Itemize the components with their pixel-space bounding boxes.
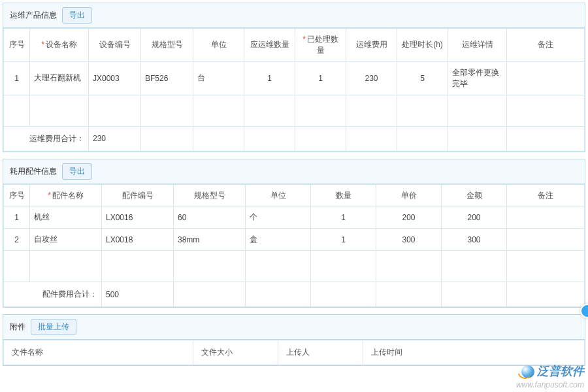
- cell-seq: 1: [4, 61, 30, 95]
- col-filename: 文件名称: [4, 340, 193, 365]
- cell-code: LX0016: [102, 206, 174, 229]
- cell-price: 200: [376, 206, 442, 229]
- attachment-panel: 附件 批量上传 文件名称 文件大小 上传人 上传时间: [3, 314, 585, 366]
- brand-logo: 泛普软件: [521, 363, 584, 375]
- sum-row: 运维费用合计： 230: [4, 126, 585, 151]
- col-name: *设备名称: [30, 29, 89, 62]
- panel-header: 附件 批量上传: [3, 315, 585, 340]
- spacer-row: [4, 251, 585, 282]
- table-row: 1 机丝 LX0016 60 个 1 200 200: [4, 206, 585, 229]
- cell-hours: 5: [397, 61, 448, 95]
- maintenance-product-panel: 运维产品信息 导出 序号 *设备名称 设备编号 规格型号 单位 应运维数量 *已…: [3, 3, 585, 152]
- attachment-table: 文件名称 文件大小 上传人 上传时间: [3, 340, 585, 365]
- table-row: 2 自攻丝 LX0018 38mm 盒 1 300 300: [4, 229, 585, 251]
- sum-value: 500: [102, 282, 174, 307]
- col-detail: 运维详情: [448, 29, 507, 62]
- cell-remark: [507, 206, 585, 229]
- table-header-row: 序号 *配件名称 配件编号 规格型号 单位 数量 单价 金额 备注: [4, 184, 585, 206]
- cell-detail: 全部零件更换完毕: [448, 61, 507, 95]
- col-code: 配件编号: [102, 184, 174, 206]
- col-name: *配件名称: [30, 184, 102, 206]
- cell-remark: [507, 229, 585, 251]
- table-row: 1 大理石翻新机 JX0003 BF526 台 1 1 230 5 全部零件更换…: [4, 61, 585, 95]
- cell-name: 自攻丝: [30, 229, 102, 251]
- col-hours: 处理时长(h): [397, 29, 448, 62]
- parts-panel: 耗用配件信息 导出 序号 *配件名称 配件编号 规格型号 单位 数量 单价 金额…: [3, 159, 585, 308]
- parts-table: 序号 *配件名称 配件编号 规格型号 单位 数量 单价 金额 备注 1 机丝 L…: [3, 184, 585, 308]
- col-remark: 备注: [507, 184, 585, 206]
- cell-qty: 1: [311, 229, 376, 251]
- cell-remark: [507, 61, 585, 95]
- export-button[interactable]: 导出: [62, 7, 92, 24]
- col-price: 单价: [376, 184, 442, 206]
- col-should: 应运维数量: [244, 29, 295, 62]
- col-code: 设备编号: [89, 29, 141, 62]
- col-done: *已处理数量: [295, 29, 346, 62]
- cell-amount: 300: [442, 229, 507, 251]
- cell-unit: 个: [246, 206, 311, 229]
- col-spec: 规格型号: [174, 184, 246, 206]
- col-unit: 单位: [246, 184, 311, 206]
- cell-spec: 60: [174, 206, 246, 229]
- col-uploadtime: 上传时间: [363, 340, 585, 365]
- spacer-row: [4, 95, 585, 126]
- cell-amount: 200: [442, 206, 507, 229]
- col-amount: 金额: [442, 184, 507, 206]
- globe-icon: [521, 365, 534, 375]
- col-fee: 运维费用: [346, 29, 397, 62]
- maintenance-table: 序号 *设备名称 设备编号 规格型号 单位 应运维数量 *已处理数量 运维费用 …: [3, 28, 585, 152]
- panel-title: 耗用配件信息: [10, 166, 57, 177]
- bulk-upload-button[interactable]: 批量上传: [31, 319, 76, 335]
- sum-value: 230: [89, 126, 141, 151]
- col-qty: 数量: [311, 184, 376, 206]
- table-header-row: 序号 *设备名称 设备编号 规格型号 单位 应运维数量 *已处理数量 运维费用 …: [4, 29, 585, 62]
- panel-title: 附件: [10, 321, 25, 333]
- col-unit: 单位: [193, 29, 244, 62]
- cell-unit: 盒: [246, 229, 311, 251]
- cell-spec: BF526: [141, 61, 193, 95]
- col-filesize: 文件大小: [193, 340, 278, 365]
- cell-code: JX0003: [89, 61, 141, 95]
- cell-should: 1: [244, 61, 295, 95]
- panel-header: 耗用配件信息 导出: [3, 159, 585, 184]
- col-remark: 备注: [507, 29, 585, 62]
- cell-price: 300: [376, 229, 442, 251]
- sum-row: 配件费用合计： 500: [4, 282, 585, 307]
- brand-name: 泛普软件: [537, 365, 584, 375]
- export-button[interactable]: 导出: [62, 163, 92, 180]
- table-header-row: 文件名称 文件大小 上传人 上传时间: [4, 340, 585, 365]
- cell-name: 机丝: [30, 206, 102, 229]
- cell-unit: 台: [193, 61, 244, 95]
- col-seq: 序号: [4, 184, 30, 206]
- panel-title: 运维产品信息: [10, 10, 57, 21]
- panel-header: 运维产品信息 导出: [3, 3, 585, 28]
- cell-done: 1: [295, 61, 346, 95]
- cell-seq: 2: [4, 229, 30, 251]
- cell-seq: 1: [4, 206, 30, 229]
- sum-label: 运维费用合计：: [4, 126, 89, 151]
- cell-code: LX0018: [102, 229, 174, 251]
- col-uploader: 上传人: [278, 340, 363, 365]
- cell-qty: 1: [311, 206, 376, 229]
- cell-spec: 38mm: [174, 229, 246, 251]
- cell-name: 大理石翻新机: [30, 61, 89, 95]
- col-spec: 规格型号: [141, 29, 193, 62]
- sum-label: 配件费用合计：: [4, 282, 102, 307]
- cell-fee: 230: [346, 61, 397, 95]
- col-seq: 序号: [4, 29, 30, 62]
